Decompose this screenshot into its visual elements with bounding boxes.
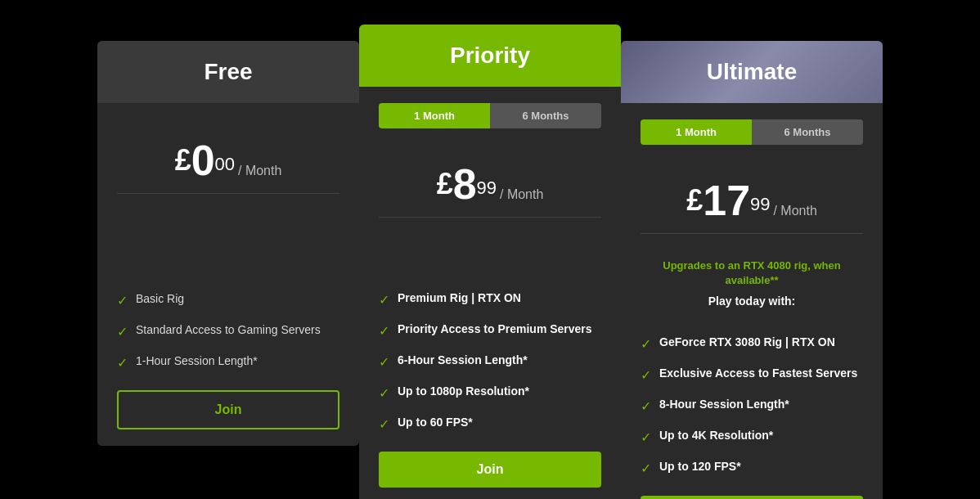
price-period-ultimate: / Month <box>773 204 816 218</box>
play-today-text: Play today with: <box>641 294 863 308</box>
feature-text: Premium Rig | RTX ON <box>398 291 521 304</box>
plan-header-priority: Priority <box>359 25 621 87</box>
plan-card-priority: Priority 1 Month 6 Months £899 / Month ✓… <box>359 25 621 499</box>
billing-btn-1month-ultimate[interactable]: 1 Month <box>641 119 752 145</box>
billing-btn-1month-priority[interactable]: 1 Month <box>379 103 490 128</box>
billing-btn-6months-ultimate[interactable]: 6 Months <box>752 119 863 145</box>
feature-item: ✓ Standard Access to Gaming Servers <box>117 323 339 339</box>
feature-item: ✓ 6-Hour Session Length* <box>379 353 601 370</box>
price-period-priority: / Month <box>500 187 543 201</box>
join-button-priority[interactable]: Join <box>379 452 601 488</box>
feature-item: ✓ 8-Hour Session Length* <box>641 398 863 414</box>
feature-text: 6-Hour Session Length* <box>398 353 528 366</box>
check-icon: ✓ <box>379 416 389 432</box>
check-icon: ✓ <box>641 336 651 352</box>
price-display-priority: £899 / Month <box>379 160 601 209</box>
check-icon: ✓ <box>117 293 128 308</box>
features-list-free: ✓ Basic Rig ✓ Standard Access to Gaming … <box>117 292 339 371</box>
features-list-priority: ✓ Premium Rig | RTX ON ✓ Priority Access… <box>379 291 601 432</box>
check-icon: ✓ <box>641 398 651 414</box>
plan-body-priority: 1 Month 6 Months £899 / Month ✓ Premium … <box>359 87 621 499</box>
plan-header-free: Free <box>97 41 359 103</box>
feature-item: ✓ Priority Access to Premium Servers <box>379 322 601 339</box>
feature-item: ✓ Up to 60 FPS* <box>379 416 601 432</box>
feature-item: ✓ 1-Hour Session Length* <box>117 354 339 371</box>
promo-area: Upgrades to an RTX 4080 rig, when availa… <box>641 250 863 327</box>
plan-header-ultimate: Ultimate <box>621 41 883 103</box>
feature-text: Standard Access to Gaming Servers <box>136 323 321 336</box>
price-currency-ultimate: £ <box>686 183 703 217</box>
feature-text: Up to 1080p Resolution* <box>398 384 529 398</box>
check-icon: ✓ <box>641 461 651 476</box>
price-whole-ultimate: 17 <box>703 177 750 224</box>
feature-item: ✓ Exclusive Access to Fastest Servers <box>641 366 863 383</box>
join-button-free[interactable]: Join <box>117 390 339 429</box>
plan-name-free: Free <box>204 59 252 84</box>
feature-text: Up to 120 FPS* <box>659 460 741 473</box>
price-section-priority: £899 / Month <box>379 143 601 218</box>
price-decimal-ultimate: 99 <box>750 194 770 214</box>
price-whole-free: 0 <box>191 137 215 184</box>
check-icon: ✓ <box>117 324 128 339</box>
price-section-free: £000 / Month <box>117 119 339 194</box>
feature-text: Exclusive Access to Fastest Servers <box>659 366 857 380</box>
plans-container: Free £000 / Month ✓ Basic Rig ✓ Standard… <box>0 0 980 499</box>
priority-spacer <box>379 234 601 283</box>
feature-item: ✓ Up to 4K Resolution* <box>641 429 863 445</box>
check-icon: ✓ <box>641 367 651 383</box>
features-list-ultimate: ✓ GeForce RTX 3080 Rig | RTX ON ✓ Exclus… <box>641 335 863 476</box>
check-icon: ✓ <box>379 323 389 339</box>
price-whole-priority: 8 <box>453 160 477 208</box>
plan-name-ultimate: Ultimate <box>707 59 797 84</box>
price-display-free: £000 / Month <box>117 136 339 185</box>
price-decimal-priority: 99 <box>477 178 497 198</box>
plan-name-priority: Priority <box>450 43 530 68</box>
feature-text: Priority Access to Premium Servers <box>398 322 592 335</box>
feature-item: ✓ Up to 1080p Resolution* <box>379 384 601 401</box>
billing-toggle-priority: 1 Month 6 Months <box>379 103 601 128</box>
check-icon: ✓ <box>379 292 389 308</box>
price-period-free: / Month <box>238 164 281 178</box>
price-currency-priority: £ <box>437 167 453 200</box>
feature-text: Up to 60 FPS* <box>398 416 473 429</box>
free-spacer <box>117 210 339 284</box>
plan-card-free: Free £000 / Month ✓ Basic Rig ✓ Standard… <box>97 41 359 446</box>
billing-btn-6months-priority[interactable]: 6 Months <box>490 103 601 128</box>
feature-item: ✓ Basic Rig <box>117 292 339 308</box>
billing-toggle-ultimate: 1 Month 6 Months <box>641 119 863 145</box>
check-icon: ✓ <box>379 385 389 401</box>
feature-item: ✓ GeForce RTX 3080 Rig | RTX ON <box>641 335 863 352</box>
feature-text: Basic Rig <box>136 292 184 305</box>
feature-item: ✓ Up to 120 FPS* <box>641 460 863 476</box>
check-icon: ✓ <box>379 354 389 370</box>
price-display-ultimate: £1799 / Month <box>641 176 863 225</box>
check-icon: ✓ <box>641 429 651 445</box>
feature-text: 8-Hour Session Length* <box>659 398 789 411</box>
check-icon: ✓ <box>117 355 128 371</box>
plan-card-ultimate: ⚡ Highest Performance Ultimate 1 Month 6… <box>621 41 883 499</box>
price-section-ultimate: £1799 / Month <box>641 160 863 234</box>
plan-body-free: £000 / Month ✓ Basic Rig ✓ Standard Acce… <box>97 103 359 446</box>
feature-text: 1-Hour Session Length* <box>136 354 258 367</box>
join-button-ultimate[interactable]: Join <box>641 496 863 499</box>
promo-text: Upgrades to an RTX 4080 rig, when availa… <box>641 258 863 288</box>
price-currency-free: £ <box>175 143 191 177</box>
feature-text: Up to 4K Resolution* <box>659 429 773 442</box>
plan-body-ultimate: 1 Month 6 Months £1799 / Month Upgrades … <box>621 103 883 499</box>
feature-text: GeForce RTX 3080 Rig | RTX ON <box>659 335 835 348</box>
feature-item: ✓ Premium Rig | RTX ON <box>379 291 601 308</box>
price-decimal-free: 00 <box>215 154 235 174</box>
